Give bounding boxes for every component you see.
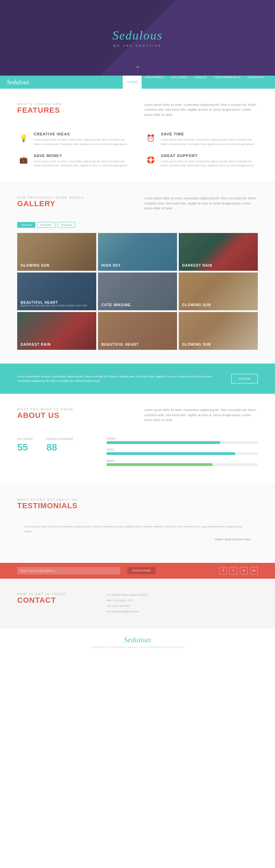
nav-brand[interactable]: Sedulous — [7, 79, 123, 86]
stat-projects-value: 88 — [46, 442, 73, 453]
gallery-overlay: CUTE IMAGINE. — [98, 272, 177, 310]
contact-details: 278 SOMETHING REAL ESTATE NEXT VILLAGE, … — [107, 592, 258, 614]
feature-content: CREATIVE IDEAS Lorem ipsum dolor sit ame… — [34, 132, 131, 147]
footer-copy: COPYRIGHT © 2013 COMPANY NAME ALL RIGHTS… — [17, 646, 258, 648]
gallery-item[interactable]: BEAUTIFUL HEART BEAUTY OF NATURE ANY HEL… — [17, 272, 96, 310]
filter-show-all[interactable]: Show All — [17, 222, 35, 228]
stat-clients: Our Clients 55 — [17, 437, 33, 470]
gallery-filters: Show All Beautiful Amazing — [17, 222, 258, 228]
gallery-item[interactable]: GLOWING SUN — [17, 233, 96, 271]
subscribe-button[interactable]: SUBSCRIBE — [127, 567, 156, 574]
stat-projects: Projects completed 88 — [46, 437, 73, 470]
features-top: WHAT'S COMING NEW FEATURES Lorem ipsum d… — [17, 102, 258, 122]
skill-jquery-bar-fill — [107, 463, 212, 466]
features-grid: 💡 CREATIVE IDEAS Lorem ipsum dolor sit a… — [17, 132, 258, 168]
gallery-top: OUR PRECIOUSLY DONE WORKS GALLERY Lorem … — [17, 196, 258, 215]
skill-css3-label: CSS3 — [107, 448, 258, 451]
skill-css3: CSS3 — [107, 448, 258, 455]
feature-icon: 💼 — [17, 154, 30, 166]
contact-section: HOW TO GET IN TOUCH CONTACT 278 SOMETHIN… — [0, 579, 275, 628]
stat-clients-label: Our Clients — [17, 437, 33, 441]
nav-features[interactable]: FEATURES — [142, 76, 167, 89]
feature-text: Lorem ipsum dolor sit amet, consectetur … — [161, 159, 258, 168]
about-title: ABOUT US — [17, 411, 131, 420]
skill-html5-label: HTML5 — [107, 437, 258, 440]
subscribe-input[interactable] — [17, 567, 120, 575]
contact-city: NEXT VILLAGE, CITY — [107, 598, 258, 603]
features-intro: Lorem ipsum dolor sit amet, consectetur … — [144, 102, 258, 122]
nav-gallery[interactable]: GALLERY — [168, 76, 191, 89]
gallery-overlay: GLOWING SUN — [179, 272, 258, 310]
cta-button[interactable]: Click Me — [231, 374, 258, 383]
nav-links: HOME FEATURES GALLERY ABOUT TESTIMONIALS… — [123, 76, 268, 89]
feature-title: SAVE MONEY — [34, 154, 131, 158]
feature-content: GREAT SUPPORT Lorem ipsum dolor sit amet… — [161, 154, 258, 168]
nav-contact[interactable]: CONTACT — [244, 76, 268, 89]
footer-logo: Sedulous — [17, 635, 258, 644]
gallery-overlay: GLOWING SUN — [179, 312, 258, 350]
gallery-item-title: GLOWING SUN — [21, 264, 50, 267]
gallery-item[interactable]: CUTE IMAGINE. — [98, 272, 177, 310]
skill-html5: HTML5 — [107, 437, 258, 444]
instagram-icon[interactable]: ✦ — [240, 567, 248, 575]
gallery-item[interactable]: GLOWING SUN — [179, 272, 258, 310]
feature-item: 🛟 GREAT SUPPORT Lorem ipsum dolor sit am… — [144, 154, 258, 168]
gallery-item[interactable]: BEAUTIFUL HEART — [98, 312, 177, 350]
filter-beautiful[interactable]: Beautiful — [37, 222, 55, 228]
skill-html5-bar-fill — [107, 441, 220, 444]
stat-projects-label: Projects completed — [46, 437, 73, 441]
gallery-section: OUR PRECIOUSLY DONE WORKS GALLERY Lorem … — [0, 182, 275, 364]
gallery-item[interactable]: DARKEST RAIN — [179, 233, 258, 271]
feature-item: ⏰ SAVE TIME Lorem ipsum dolor sit amet, … — [144, 132, 258, 147]
cta-text: Lorem ipsum dolor sit amet, consectetur … — [17, 374, 218, 383]
contact-email: info.youremail@gmail.com — [107, 609, 258, 614]
feature-title: CREATIVE IDEAS — [34, 132, 131, 136]
footer: Sedulous COPYRIGHT © 2013 COMPANY NAME A… — [0, 628, 275, 655]
feature-text: Lorem ipsum dolor sit amet, consectetur … — [34, 138, 131, 147]
navbar: Sedulous HOME FEATURES GALLERY ABOUT TES… — [0, 76, 275, 89]
testimonial-text: Lorem ipsum dolor sit amet, consectetur … — [24, 524, 251, 534]
gallery-item[interactable]: HIGH SKY — [98, 233, 177, 271]
gallery-item-title: DARKEST RAIN — [21, 343, 51, 346]
stat-clients-value: 55 — [17, 442, 33, 453]
gallery-item-title: DARKEST RAIN — [182, 264, 212, 267]
testimonial-box: Lorem ipsum dolor sit amet, consectetur … — [17, 517, 258, 549]
contact-phone: +91-0123-4567890 — [107, 603, 258, 609]
nav-home[interactable]: HOME — [123, 76, 142, 89]
facebook-icon[interactable]: f — [230, 567, 237, 575]
gallery-title: GALLERY — [17, 199, 131, 208]
gallery-item[interactable]: GLOWING SUN — [179, 312, 258, 350]
social-icons: 𝕋 f ✦ in — [219, 567, 258, 575]
gallery-overlay: BEAUTIFUL HEART — [98, 312, 177, 350]
feature-icon: 💡 — [17, 132, 30, 144]
about-section: WHAT YOU WANT TO KNOW ABOUT US Lorem ips… — [0, 394, 275, 484]
testimonial-author: Rajesh Singh (Gujarat, India) — [24, 537, 251, 542]
gallery-item-title: BEAUTIFUL HEART — [101, 343, 139, 346]
feature-title: GREAT SUPPORT — [161, 154, 258, 158]
features-label: WHAT'S COMING NEW — [17, 102, 131, 106]
about-stats: Our Clients 55 Projects completed 88 HTM… — [17, 437, 258, 470]
features-header: WHAT'S COMING NEW FEATURES — [17, 102, 131, 122]
contact-label: HOW TO GET IN TOUCH — [17, 592, 93, 596]
scroll-down-icon[interactable]: ⌄ — [135, 62, 140, 69]
filter-amazing[interactable]: Amazing — [57, 222, 75, 228]
skill-jquery-bar-bg — [107, 463, 258, 466]
linkedin-icon[interactable]: in — [250, 567, 258, 575]
about-label: WHAT YOU WANT TO KNOW — [17, 408, 131, 411]
skill-css3-bar-fill — [107, 452, 235, 455]
skill-css3-bar-bg — [107, 452, 258, 455]
skill-jquery: jQuery — [107, 459, 258, 466]
nav-testimonials[interactable]: TESTIMONIALS — [210, 76, 244, 89]
contact-header: HOW TO GET IN TOUCH CONTACT — [17, 592, 93, 614]
gallery-item[interactable]: DARKEST RAIN — [17, 312, 96, 350]
subscribe-band: SUBSCRIBE 𝕋 f ✦ in — [0, 563, 275, 579]
gallery-overlay: GLOWING SUN — [17, 233, 96, 271]
about-top: WHAT YOU WANT TO KNOW ABOUT US Lorem ips… — [17, 408, 258, 427]
cta-band: Lorem ipsum dolor sit amet, consectetur … — [0, 364, 275, 394]
nav-about[interactable]: ABOUT — [191, 76, 210, 89]
twitter-icon[interactable]: 𝕋 — [219, 567, 227, 575]
feature-icon: ⏰ — [144, 132, 157, 144]
gallery-item-subtitle: BEAUTY OF NATURE ANY HELP EVERY DOING TH… — [21, 304, 87, 307]
about-header: WHAT YOU WANT TO KNOW ABOUT US — [17, 408, 131, 427]
skill-jquery-label: jQuery — [107, 459, 258, 462]
